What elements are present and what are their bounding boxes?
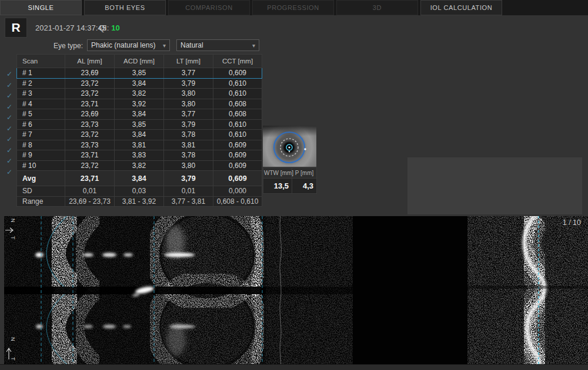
- col-header-wtw: WTW [mm]: [263, 168, 292, 179]
- scan-cell-cct: 0,609: [213, 150, 262, 161]
- eye-type-select[interactable]: Phakic (natural lens) ▾: [87, 39, 170, 51]
- scan-cell-cct: 0,610: [213, 89, 262, 99]
- window-bottom-strip: [0, 364, 588, 370]
- scan-row[interactable]: # 423,713,923,800,608: [17, 99, 262, 109]
- view-tabbar: SINGLE BOTH EYES COMPARISON PROGRESSION …: [0, 0, 588, 15]
- tab-single[interactable]: SINGLE: [0, 0, 82, 15]
- scan-row[interactable]: # 623,733,853,790,610: [17, 119, 262, 130]
- scan-cell-cct: 0,608: [213, 109, 262, 120]
- scan-cell-acd: 3,85: [115, 119, 164, 130]
- row-checkbox[interactable]: ✓: [4, 145, 15, 156]
- sd-acd: 0,03: [115, 186, 164, 197]
- scan-cell-al: 23,69: [65, 109, 115, 120]
- scan-cell-scan: # 3: [17, 89, 65, 99]
- wtw-value: 13,5: [263, 179, 292, 194]
- row-checkbox[interactable]: ✓: [4, 123, 15, 134]
- scan-cell-al: 23,73: [65, 119, 115, 130]
- avg-acd: 3,84: [115, 171, 164, 186]
- range-label: Range: [17, 196, 65, 207]
- scan-cell-scan: # 9: [17, 150, 65, 161]
- avg-al: 23,71: [65, 171, 115, 186]
- scan-cell-cct: 0,610: [213, 130, 262, 140]
- scan-cell-cct: 0,609: [213, 68, 262, 79]
- avg-lt: 3,79: [164, 171, 213, 186]
- scan-cell-lt: 3,80: [164, 99, 213, 109]
- scan-row[interactable]: # 823,733,813,810,609: [17, 140, 262, 150]
- scan-row[interactable]: # 323,723,823,800,610: [17, 89, 262, 99]
- scan-cell-scan: # 1: [17, 68, 65, 79]
- scan-cell-acd: 3,84: [115, 78, 164, 89]
- scan-cell-lt: 3,80: [164, 89, 213, 99]
- scan-row[interactable]: # 1023,723,823,800,609: [17, 160, 262, 171]
- scan-row[interactable]: # 523,693,843,770,608: [17, 109, 262, 120]
- scan-cell-scan: # 4: [17, 99, 65, 109]
- pupil-table: WTW [mm] P [mm] 13,5 4,3: [263, 167, 317, 194]
- svg-text:T: T: [10, 236, 16, 240]
- col-header-acd: ACD [mm]: [115, 55, 164, 68]
- range-lt: 3,77 - 3,81: [164, 196, 213, 207]
- scan-cell-al: 23,72: [65, 78, 115, 89]
- scan-cell-acd: 3,82: [115, 89, 164, 99]
- tab-iol-calculation[interactable]: IOL CALCULATION: [420, 0, 502, 15]
- scan-cell-al: 23,72: [65, 160, 115, 171]
- row-checkbox[interactable]: ✓: [4, 69, 15, 80]
- row-checkbox[interactable]: ✓: [4, 156, 15, 167]
- scan-cell-lt: 3,80: [164, 160, 213, 171]
- exam-timestamp: 2021-01-27 14:37:45: [35, 23, 106, 32]
- avg-label: Avg: [17, 171, 65, 186]
- scan-cell-lt: 3,79: [164, 78, 213, 89]
- biometry-app-window: SINGLE BOTH EYES COMPARISON PROGRESSION …: [0, 0, 588, 370]
- col-header-al: AL [mm]: [65, 55, 115, 68]
- scan-cell-scan: # 7: [17, 130, 65, 140]
- scan-cell-scan: # 5: [17, 109, 65, 120]
- row-checkbox[interactable]: ✓: [4, 167, 15, 178]
- scan-cell-lt: 3,78: [164, 150, 213, 161]
- range-cct: 0,608 - 0,610: [213, 196, 262, 207]
- eye-photo: [263, 126, 316, 167]
- scan-cell-al: 23,71: [65, 99, 115, 109]
- col-header-lt: LT [mm]: [164, 55, 213, 68]
- row-checkbox[interactable]: ✓: [4, 80, 15, 91]
- col-header-scan: Scan: [17, 55, 65, 68]
- scan-row[interactable]: # 923,713,833,780,609: [17, 150, 262, 161]
- row-checkbox[interactable]: ✓: [4, 112, 15, 123]
- scan-cell-al: 23,72: [65, 130, 115, 140]
- oct-bscan-viewer[interactable]: 1 / 10 N T N T: [0, 216, 588, 364]
- range-row: Range 23,69 - 23,73 3,81 - 3,92 3,77 - 3…: [17, 196, 262, 207]
- sd-lt: 0,01: [164, 186, 213, 197]
- retina-bscan-panel: [467, 216, 588, 364]
- row-checkbox[interactable]: ✓: [4, 90, 15, 102]
- qi-value: 10: [111, 23, 119, 32]
- lens-material-select[interactable]: Natural ▾: [176, 39, 259, 51]
- scan-cell-acd: 3,92: [115, 99, 164, 109]
- chevron-down-icon: ▾: [163, 42, 166, 49]
- scan-row[interactable]: # 723,723,843,780,610: [17, 130, 262, 140]
- range-acd: 3,81 - 3,92: [115, 196, 164, 207]
- scan-page-indicator: 1 / 10: [563, 218, 581, 227]
- row-checkbox[interactable]: ✓: [4, 134, 15, 145]
- scan-cell-lt: 3,81: [164, 140, 213, 150]
- scan-cell-lt: 3,77: [164, 109, 213, 120]
- col-header-cct: CCT [mm]: [213, 55, 262, 68]
- measurement-table: Scan AL [mm] ACD [mm] LT [mm] CCT [mm] #…: [16, 54, 262, 207]
- scan-cell-cct: 0,610: [213, 78, 262, 89]
- scan-cell-scan: # 8: [17, 140, 65, 150]
- scan-cell-cct: 0,609: [213, 160, 262, 171]
- range-al: 23,69 - 23,73: [65, 196, 115, 207]
- scan-cell-acd: 3,84: [115, 109, 164, 120]
- quality-index: QI:10: [99, 23, 120, 32]
- scan-cell-scan: # 6: [17, 119, 65, 130]
- scan-cell-cct: 0,608: [213, 99, 262, 109]
- tab-3d: 3D: [336, 0, 418, 15]
- tab-both-eyes[interactable]: BOTH EYES: [84, 0, 166, 15]
- scan-cell-acd: 3,81: [115, 140, 164, 150]
- scan-checkbox-column: ✓✓✓✓✓✓✓✓✓✓: [4, 69, 15, 177]
- sd-row: SD 0,01 0,03 0,01 0,000: [17, 186, 262, 197]
- scan-row[interactable]: # 123,693,853,770,609: [17, 68, 262, 79]
- row-checkbox[interactable]: ✓: [4, 102, 15, 113]
- measurement-header-row: Scan AL [mm] ACD [mm] LT [mm] CCT [mm]: [17, 55, 262, 68]
- scan-row[interactable]: # 223,723,843,790,610: [17, 78, 262, 89]
- eye-type-label: Eye type:: [32, 42, 83, 50]
- scan-cell-acd: 3,82: [115, 160, 164, 171]
- lens-material-value: Natural: [181, 41, 250, 49]
